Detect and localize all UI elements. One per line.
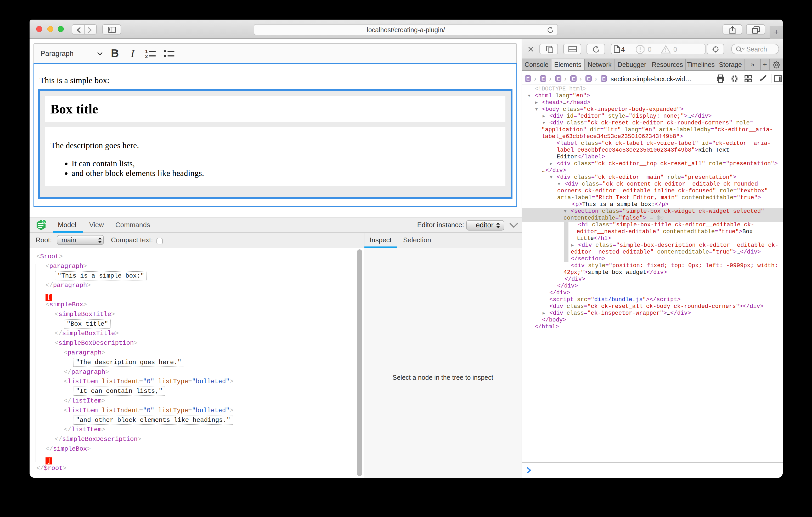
- svg-text:5: 5: [44, 221, 45, 223]
- svg-text:1: 1: [145, 49, 148, 54]
- svg-text:2: 2: [145, 54, 148, 59]
